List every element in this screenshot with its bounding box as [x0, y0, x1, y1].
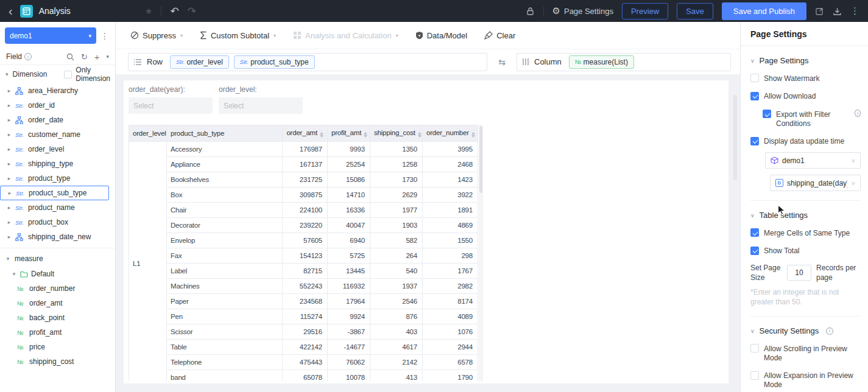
canvas-scrollbar[interactable] [733, 95, 737, 180]
cell-value[interactable]: 3922 [423, 187, 478, 203]
cell-value[interactable]: 65078 [283, 370, 328, 382]
setting-allow-expansion-in-preview-mode[interactable]: Allow Expansion in Preview Mode [750, 371, 861, 390]
cell-value[interactable]: 15086 [328, 172, 370, 187]
cell-value[interactable]: -14677 [328, 340, 370, 355]
dataset-more-icon[interactable]: ⋮ [98, 31, 111, 41]
cell-value[interactable]: 25254 [328, 157, 370, 172]
cell-value[interactable]: 8174 [423, 294, 478, 309]
collapse-caret-icon[interactable]: ▾ [5, 256, 11, 262]
cell-value[interactable]: 422142 [283, 340, 328, 355]
cell-value[interactable]: 298 [423, 248, 478, 264]
chevron-down-icon[interactable]: ∨ [750, 328, 755, 334]
field-item-order_id[interactable]: ▸Str.order_id [0, 98, 115, 113]
more-menu-icon[interactable]: ⋮ [850, 5, 859, 16]
chevron-down-icon[interactable]: ▾ [106, 54, 109, 60]
download-icon[interactable] [833, 7, 842, 16]
setting-show-watermark[interactable]: Show Watermark [750, 74, 861, 83]
cell-value[interactable]: 582 [370, 233, 423, 248]
cell-value[interactable]: 17964 [328, 294, 370, 309]
cell-product-sub-type[interactable]: Appliance [167, 157, 283, 172]
cell-value[interactable]: 1903 [370, 218, 423, 233]
cell-value[interactable]: 40047 [328, 218, 370, 233]
collapse-caret-icon[interactable]: ▾ [5, 71, 9, 77]
cell-value[interactable]: 2468 [423, 157, 478, 172]
preview-button[interactable]: Preview [622, 3, 668, 19]
cell-value[interactable]: -3867 [328, 324, 370, 340]
checkbox[interactable] [750, 137, 759, 145]
cell-value[interactable]: 14710 [328, 187, 370, 203]
cell-value[interactable]: 6578 [423, 355, 478, 370]
dataset-selector[interactable]: demo1 ▾ [5, 27, 96, 44]
refresh-icon[interactable]: ↻ [81, 52, 88, 61]
field-item-customer_name[interactable]: ▸Str.customer_name [0, 127, 115, 142]
cell-value[interactable]: 3995 [423, 142, 478, 157]
checkbox[interactable] [750, 74, 759, 82]
column-header-profit_amt[interactable]: profit_amt [328, 125, 370, 142]
setting-allow-download[interactable]: Allow Download [750, 92, 861, 102]
section-header-security-settings[interactable]: ∨Security Settingsi [750, 326, 861, 335]
field-item-order_level[interactable]: ▸Str.order_level [0, 142, 115, 156]
measure-item-order_number[interactable]: №order_number [0, 281, 115, 296]
cell-value[interactable]: 2142 [370, 355, 423, 370]
sort-icon[interactable] [364, 132, 367, 138]
cell-value[interactable]: 13445 [328, 264, 370, 279]
measure-item-price[interactable]: №price [0, 340, 115, 354]
cell-value[interactable]: 2944 [423, 340, 478, 355]
cell-value[interactable]: 231725 [283, 172, 328, 187]
cell-value[interactable]: 82715 [283, 264, 328, 279]
select-demo1[interactable]: demo1∨ [765, 152, 861, 169]
cell-product-sub-type[interactable]: Pen [167, 309, 283, 324]
field-item-product_sub_type[interactable]: ▸Str.product_sub_type [0, 186, 109, 200]
shelf-pill-product-sub-type[interactable]: Str.product_sub_type [234, 55, 315, 69]
checkbox[interactable] [750, 371, 759, 380]
cell-value[interactable]: 1767 [423, 264, 478, 279]
cell-product-sub-type[interactable]: Bookshelves [167, 172, 283, 187]
cell-value[interactable]: 403 [370, 324, 423, 340]
cell-value[interactable]: 16336 [328, 203, 370, 218]
section-header-page-settings[interactable]: ∨Page Settings [750, 56, 861, 65]
checkbox[interactable] [750, 228, 759, 237]
cell-product-sub-type[interactable]: Telephone [167, 355, 283, 370]
cell-value[interactable]: 57605 [283, 233, 328, 248]
cell-product-sub-type[interactable]: Paper [167, 294, 283, 309]
sort-icon[interactable] [471, 132, 475, 138]
cell-value[interactable]: 239220 [283, 218, 328, 233]
cell-value[interactable]: 1423 [423, 172, 478, 187]
cell-value[interactable]: 6940 [328, 233, 370, 248]
order-level-filter[interactable]: Select [219, 97, 303, 114]
toolbar-suppress[interactable]: Suppress▾ [130, 31, 183, 40]
cell-product-sub-type[interactable]: Scissor [167, 324, 283, 340]
checkbox[interactable] [763, 110, 771, 118]
cell-value[interactable]: 4869 [423, 218, 478, 233]
section-header-table-settings[interactable]: ∨Table settings [750, 211, 861, 220]
undo-icon[interactable]: ↶ [170, 5, 178, 18]
cell-value[interactable]: 876 [370, 309, 423, 324]
only-dimension-checkbox[interactable] [64, 71, 72, 79]
cell-value[interactable]: 176987 [283, 142, 328, 157]
swap-row-column-icon[interactable]: ⇆ [487, 57, 517, 67]
cell-value[interactable]: 29516 [283, 324, 328, 340]
sort-icon[interactable] [320, 132, 323, 138]
field-item-product_type[interactable]: ▸Str.product_type [0, 171, 115, 186]
field-item-shipping_type[interactable]: ▸Str.shipping_type [0, 156, 115, 171]
field-item-product_name[interactable]: ▸Str.product_name [0, 200, 115, 215]
select-shipping-date-day-[interactable]: Dshipping_date(day)∨ [770, 175, 861, 191]
cell-value[interactable]: 234568 [283, 294, 328, 309]
setting-show-total[interactable]: Show Total [750, 247, 861, 256]
cell-value[interactable]: 115274 [283, 309, 328, 324]
cell-value[interactable]: 224100 [283, 203, 328, 218]
cell-value[interactable]: 167137 [283, 157, 328, 172]
cell-product-sub-type[interactable]: Label [167, 264, 283, 279]
column-header-product_sub_type[interactable]: product_sub_type [167, 125, 283, 142]
cell-value[interactable]: 9993 [328, 142, 370, 157]
column-header-order_amt[interactable]: order_amt [283, 125, 328, 142]
measure-item-profit_amt[interactable]: №profit_amt [0, 325, 115, 340]
cell-product-sub-type[interactable]: Machines [167, 279, 283, 294]
checkbox[interactable] [750, 344, 759, 352]
toolbar-custom-subtotal[interactable]: Custom Subtotal▾ [200, 31, 276, 40]
cell-value[interactable]: 1790 [423, 370, 478, 382]
measure-folder[interactable]: ▾ Default [0, 267, 115, 281]
column-shelf[interactable]: Column №measure(List) [517, 53, 731, 71]
add-field-icon[interactable]: + [94, 52, 100, 62]
field-item-product_box[interactable]: ▸Str.product_box [0, 215, 115, 229]
